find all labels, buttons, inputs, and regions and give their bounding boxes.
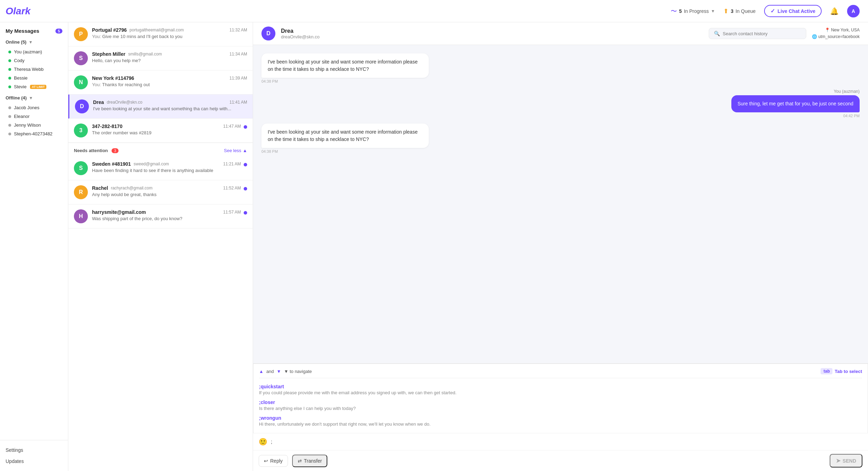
autocomplete-item-closer[interactable]: ;closer Is there anything else I can hel… (259, 397, 862, 413)
message-row-1: I've been looking at your site and want … (261, 53, 860, 83)
message-bubble: I've been looking at your site and want … (261, 124, 429, 148)
agent-item-jenny[interactable]: Jenny Wilson (0, 121, 68, 129)
live-chat-button[interactable]: ✓ Live Chat Active (764, 5, 822, 17)
chat-avatar: N (74, 75, 88, 89)
agent-name: Bessie (14, 75, 28, 81)
ac-description: If you could please provide me with the … (259, 390, 862, 395)
message-bubble: I've been looking at your site and want … (261, 53, 429, 78)
chat-item-sweden[interactable]: S Sweden #481901 sweed@gmail.com 11:21 A… (68, 156, 253, 180)
send-button[interactable]: ➤ SEND (830, 454, 862, 468)
chat-item-portugal[interactable]: P Portugal #2796 portugaltheemail@gmail.… (68, 22, 253, 46)
settings-link[interactable]: Settings (6, 444, 62, 456)
ac-keyword: ;wrongun (259, 415, 862, 421)
agent-item-eleanor[interactable]: Eleanor (0, 112, 68, 121)
chat-item-drea[interactable]: D Drea dreaOrvile@skn.co 11:41 AM I've b… (68, 95, 253, 119)
chat-content: Drea dreaOrvile@skn.co 11:41 AM I've bee… (93, 99, 247, 111)
unread-dot (244, 163, 247, 166)
chat-item-newyork[interactable]: N New York #114796 11:39 AM You: Thanks … (68, 70, 253, 95)
chat-preview: Was shipping part of the price, do you k… (92, 216, 247, 221)
contact-info: Drea dreaOrvile@skn.co (281, 28, 320, 39)
online-section-toggle[interactable]: Online (5) ▼ (0, 37, 68, 47)
updates-link[interactable]: Updates (6, 456, 62, 467)
tab-to-select-label: Tab to select (835, 369, 862, 374)
autocomplete-panel: ▲ and ▼ ▼ to navigate tab Tab to select … (253, 364, 868, 433)
agent-item-stephen40[interactable]: Stephen-40273482 (0, 129, 68, 138)
agent-name: Eleanor (14, 114, 30, 119)
chat-content: Sweden #481901 sweed@gmail.com 11:21 AM … (92, 161, 247, 173)
autocomplete-item-wrongun[interactable]: ;wrongun Hi there, unfortunately we don'… (259, 413, 862, 429)
needs-attention-label: Needs attention (74, 148, 108, 153)
in-queue-label: In Queue (736, 8, 756, 14)
logo: Olark (6, 6, 31, 17)
transfer-icon: ⇄ (298, 458, 302, 464)
chat-name: New York #114796 (92, 75, 134, 81)
my-messages-section: My Messages 5 (6, 28, 62, 34)
search-box[interactable]: 🔍 (709, 28, 806, 39)
chat-name: Rachel (92, 185, 108, 191)
transfer-button[interactable]: ⇄ Transfer (292, 455, 328, 467)
online-label: Online (5) (6, 39, 26, 45)
ac-keyword: ;quickstart (259, 384, 862, 389)
chat-item-phone[interactable]: 3 347-282-8170 11:47 AM The order number… (68, 119, 253, 143)
online-dot (8, 85, 11, 88)
agent-item-cody[interactable]: Cody (0, 56, 68, 65)
chat-item-rachel[interactable]: R Rachel rachyrach@gmail.com 11:52 AM An… (68, 180, 253, 204)
source-value: utm_source=facebook (818, 34, 860, 39)
online-agents-list: You (auzman) Cody Theresa Webb Bessie St… (0, 47, 68, 91)
in-queue-badge[interactable]: ⬆ 3 In Queue (723, 7, 755, 15)
chat-content: Stephen Miller smills@gmail.com 11:34 AM… (92, 51, 247, 63)
compose-input[interactable] (271, 438, 862, 446)
chat-time: 11:41 AM (229, 100, 247, 105)
offline-section-toggle[interactable]: Offline (4) ▼ (0, 92, 68, 103)
nav-navigate-label: ▼ to navigate (284, 369, 312, 374)
in-progress-badge[interactable]: 〜 5 In Progress ▼ (671, 7, 715, 15)
message-time: 04:38 PM (261, 79, 278, 83)
needs-attention-count: 3 (112, 148, 119, 153)
chat-time: 11:57 AM (223, 210, 241, 215)
chat-name: Stephen Miller (92, 51, 125, 57)
agent-item-bessie[interactable]: Bessie (0, 74, 68, 82)
ac-keyword: ;closer (259, 399, 862, 405)
chat-content: Portugal #2796 portugaltheemail@gmail.co… (92, 27, 247, 39)
message-row-2: You (auzman) Sure thing, let me get that… (261, 89, 860, 118)
you-prefix: You: (92, 82, 102, 87)
chat-email: portugaltheemail@gmail.com (130, 28, 184, 32)
agent-item-stevie[interactable]: Stevie AT LIMIT (0, 82, 68, 91)
chat-item-harry[interactable]: H harrysmite@gmail.com 11:57 AM Was ship… (68, 204, 253, 229)
user-avatar[interactable]: A (847, 5, 860, 17)
chat-email: smills@gmail.com (128, 52, 162, 57)
online-chevron-icon: ▼ (29, 40, 33, 45)
offline-dot (8, 106, 11, 109)
agent-name: You (auzman) (14, 49, 42, 54)
nav-down-icon[interactable]: ▼ (277, 369, 281, 374)
contact-avatar-letter: D (266, 30, 271, 37)
chat-item-stephen-miller[interactable]: S Stephen Miller smills@gmail.com 11:34 … (68, 46, 253, 70)
emoji-button[interactable]: 🙂 (259, 438, 267, 446)
topbar: 〜 5 In Progress ▼ ⬆ 3 In Queue ✓ Live Ch… (68, 0, 868, 22)
agent-item-jacob[interactable]: Jacob Jones (0, 103, 68, 112)
chat-email: sweed@gmail.com (134, 162, 169, 166)
see-less-button[interactable]: See less ▲ (224, 148, 247, 153)
notifications-bell-icon[interactable]: 🔔 (830, 7, 839, 15)
compose-input-area: 🙂 (253, 433, 868, 450)
offline-section: Offline (4) ▼ Jacob Jones Eleanor Jenny … (0, 92, 68, 138)
agent-item-theresa[interactable]: Theresa Webb (0, 65, 68, 74)
chat-time: 11:32 AM (229, 28, 247, 32)
chat-avatar: 3 (74, 124, 88, 137)
chat-main: D Drea dreaOrvile@skn.co 🔍 📍 New York, U… (253, 22, 868, 471)
nav-up-icon[interactable]: ▲ (259, 369, 264, 374)
search-input[interactable] (723, 31, 801, 36)
agent-name: Theresa Webb (14, 67, 44, 72)
agent-name: Stephen-40273482 (14, 131, 53, 136)
reply-button[interactable]: ↩ Reply (259, 455, 288, 467)
chat-preview: Hello, can you help me? (92, 58, 247, 63)
chat-time: 11:34 AM (229, 52, 247, 57)
autocomplete-item-quickstart[interactable]: ;quickstart If you could please provide … (259, 382, 862, 397)
chat-time: 11:52 AM (223, 186, 241, 190)
message-bubble: Sure thing, let me get that for you, be … (731, 95, 860, 112)
live-chat-label: Live Chat Active (778, 8, 815, 14)
chat-list: P Portugal #2796 portugaltheemail@gmail.… (68, 22, 253, 471)
reply-icon: ↩ (264, 458, 268, 464)
chat-name: Drea (93, 99, 104, 105)
agent-item-you[interactable]: You (auzman) (0, 47, 68, 56)
